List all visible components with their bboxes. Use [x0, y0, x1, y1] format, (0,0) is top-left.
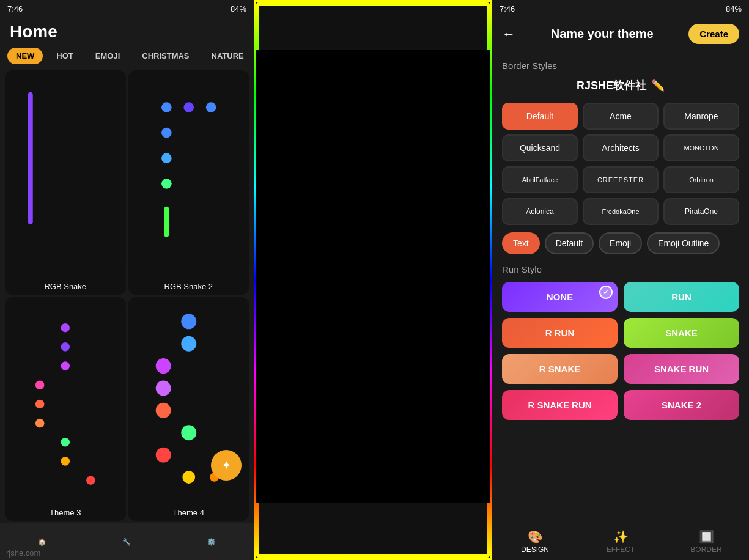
set-wallpaper-button[interactable]: Set Wallpaper: [266, 511, 362, 549]
tab-design-label: DESIGN: [521, 545, 549, 554]
watermark: rjshe.com: [6, 548, 40, 558]
text-type-emoji[interactable]: Emoji: [599, 232, 642, 254]
tab-nature[interactable]: NATURE: [203, 48, 253, 64]
font-quicksand[interactable]: Quicksand: [502, 134, 578, 161]
text-type-emoji-outline[interactable]: Emoji Outline: [647, 232, 720, 254]
run-rsnakerun-button[interactable]: R SNAKE RUN: [502, 390, 618, 420]
category-tab-bar: NEW HOT EMOJI CHRISTMAS NATURE: [0, 44, 254, 68]
editor-battery: 84%: [726, 4, 742, 13]
fab-button[interactable]: ✦: [211, 450, 242, 481]
theme-name-3: Theme 4: [173, 504, 204, 521]
svg-point-27: [155, 402, 171, 418]
preview-bottom-buttons: Set Wallpaper Set Overlay other app: [256, 503, 490, 558]
tab-new[interactable]: NEW: [7, 48, 43, 64]
run-snake2-button[interactable]: SNAKE 2: [624, 390, 739, 420]
run-none-button[interactable]: NONE ✓: [502, 282, 618, 312]
run-rsnake-button[interactable]: R SNAKE: [502, 354, 618, 384]
font-manrope[interactable]: Manrope: [663, 103, 739, 130]
run-none-label: NONE: [547, 292, 573, 302]
svg-point-9: [161, 179, 172, 189]
text-type-row: Text Default Emoji Emoji Outline: [502, 232, 739, 254]
preview-title: Round Light RGB: [326, 29, 418, 42]
username-edit-icon[interactable]: ✏️: [651, 79, 665, 92]
run-snakerun-button[interactable]: SNAKE RUN: [624, 354, 739, 384]
preview-edit-button[interactable]: ✏️: [459, 24, 481, 46]
svg-point-23: [181, 314, 196, 329]
nav-settings[interactable]: ⚙️: [207, 538, 216, 546]
font-architects[interactable]: Architects: [583, 134, 659, 161]
tab-effect-label: EFFECT: [607, 545, 635, 554]
preview-canvas: [256, 50, 490, 503]
font-monoton[interactable]: MONOTON: [663, 134, 739, 161]
run-rrun-button[interactable]: R RUN: [502, 318, 618, 348]
tab-design[interactable]: 🎨 DESIGN: [492, 523, 578, 560]
editor-content-area: Border Styles RJSHE软件社 ✏️ Default Acme M…: [492, 51, 749, 523]
home-status-bar: 7:46 84%: [0, 0, 254, 17]
tab-christmas[interactable]: CHRISTMAS: [133, 48, 197, 64]
svg-point-14: [61, 342, 70, 352]
run-rsnakerun-label: R SNAKE RUN: [528, 400, 591, 410]
run-snakerun-label: SNAKE RUN: [654, 364, 709, 374]
svg-point-7: [161, 128, 172, 138]
theme-card-1[interactable]: RGB Snake 2: [128, 70, 249, 295]
font-grid: Default Acme Manrope Quicksand Architect…: [502, 103, 739, 225]
home-title: Home: [0, 17, 254, 44]
nav-home[interactable]: 🏠: [38, 538, 46, 546]
set-overlay-button[interactable]: Set Overlay other app: [368, 511, 480, 549]
svg-point-19: [61, 438, 70, 447]
home-icon: 🏠: [38, 538, 46, 546]
theme-name-1: RGB Snake 2: [164, 278, 213, 295]
run-style-grid: NONE ✓ RUN R RUN SNAKE R SNAKE SNAKE RUN…: [502, 282, 739, 420]
preview-status-bar: 7:46 84%: [256, 2, 490, 20]
svg-point-15: [61, 361, 70, 370]
svg-point-13: [61, 323, 70, 332]
font-orbitron[interactable]: Orbitron: [663, 166, 739, 193]
run-snake-button[interactable]: SNAKE: [624, 318, 739, 348]
text-type-text[interactable]: Text: [502, 232, 540, 254]
svg-point-8: [161, 153, 172, 163]
svg-point-25: [155, 358, 171, 374]
preview-svg: [256, 50, 490, 503]
editor-header: ← Name your theme Create: [492, 17, 749, 51]
preview-time: 7:46: [264, 7, 279, 16]
editor-status-bar: 7:46 84%: [492, 0, 749, 17]
editor-back-button[interactable]: ←: [502, 26, 515, 42]
svg-point-26: [155, 380, 171, 396]
tab-border[interactable]: 🔲 BORDER: [663, 523, 749, 560]
theme-card-3[interactable]: Theme 4: [128, 297, 249, 521]
home-time: 7:46: [7, 4, 23, 13]
tab-hot[interactable]: HOT: [48, 48, 81, 64]
run-snake2-label: SNAKE 2: [662, 400, 701, 410]
preview-back-button[interactable]: ←: [265, 25, 284, 45]
font-creepster[interactable]: CREEPSTER: [583, 166, 659, 193]
run-snake-label: SNAKE: [665, 328, 698, 338]
run-style-section-title: Run Style: [502, 264, 739, 274]
run-run-label: RUN: [671, 292, 692, 302]
font-default[interactable]: Default: [502, 103, 578, 130]
run-run-button[interactable]: RUN: [624, 282, 739, 312]
tab-effect[interactable]: ✨ EFFECT: [578, 523, 663, 560]
text-type-default[interactable]: Default: [545, 232, 594, 254]
font-fredokaone[interactable]: FredokaOne: [583, 198, 659, 225]
rgb-snake-preview-1: [5, 70, 126, 278]
font-pirataone[interactable]: PirataOne: [663, 198, 739, 225]
svg-point-5: [183, 102, 194, 112]
create-theme-button[interactable]: Create: [688, 24, 739, 44]
font-acme[interactable]: Acme: [583, 103, 659, 130]
tab-emoji[interactable]: EMOJI: [87, 48, 128, 64]
svg-point-6: [205, 102, 216, 112]
font-aclonica[interactable]: Aclonica: [502, 198, 578, 225]
theme-card-2[interactable]: Theme 3: [5, 297, 126, 521]
svg-rect-0: [5, 82, 126, 266]
username-display: RJSHE软件社: [577, 78, 646, 93]
svg-point-4: [161, 102, 172, 112]
editor-panel: 7:46 84% ← Name your theme Create Border…: [492, 0, 749, 560]
theme-name-0: RGB Snake: [44, 278, 86, 295]
preview-battery: 84%: [467, 7, 482, 16]
nav-tools[interactable]: 🔧: [122, 538, 131, 546]
font-abrilfatface[interactable]: AbrilFatface: [502, 166, 578, 193]
border-icon: 🔲: [699, 529, 714, 544]
run-rrun-label: R RUN: [545, 328, 575, 338]
svg-point-29: [155, 447, 171, 462]
theme-card-0[interactable]: RGB Snake: [5, 70, 126, 295]
